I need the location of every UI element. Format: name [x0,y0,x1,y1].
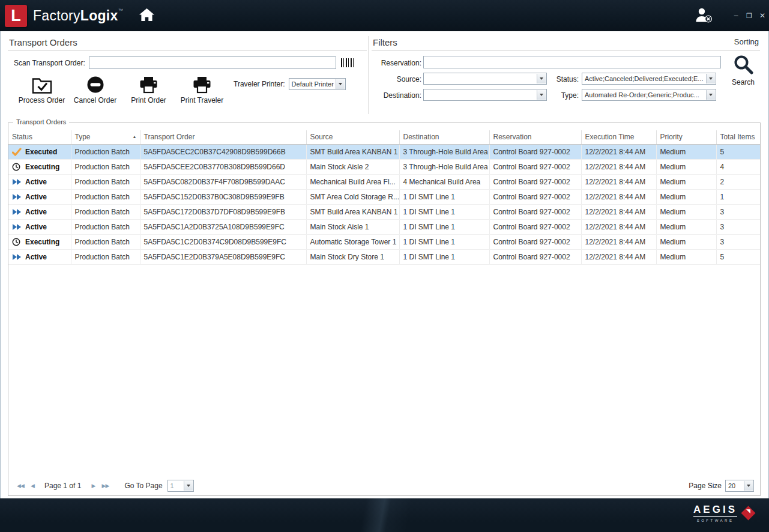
page-size-select[interactable]: 20 [725,480,754,492]
status-label: Status: [549,75,579,83]
destination-select[interactable] [423,89,547,101]
process-order-icon [32,74,52,94]
print-order-button[interactable]: Print Order [122,74,175,104]
transport-order-cell: 5A5FDA5C1C2D0B374C9D08D9B599E9FC [140,234,306,249]
app-title: FactoryLogix™ [33,8,123,24]
column-header-status[interactable]: Status [8,130,71,144]
print-traveler-button[interactable]: Print Traveler [175,74,229,104]
table-row[interactable]: Executing Production Batch 5A5FDA5C1C2D0… [8,234,760,249]
reservation-input[interactable] [423,56,721,68]
transport-order-cell: 5A5FDA5C172D0B37D7DF08D9B599E9FB [140,204,306,219]
chevron-down-icon[interactable] [336,79,345,89]
source-cell: SMT Build Area KANBAN 1 [306,144,399,159]
transport-orders-panel-title: Transport Orders [8,36,367,51]
table-row[interactable]: Active Production Batch 5A5FDA5C152D0B37… [8,189,760,204]
priority-cell: Medium [656,174,716,189]
source-cell: SMT Build Area KANBAN 1 [306,204,399,219]
execution-time-cell: 12/2/2021 8:44 AM [581,189,656,204]
total-items-cell: 5 [716,144,760,159]
filters-panel: Sorting Filters Reservation: Source: Sta… [372,36,760,118]
destination-cell: 1 DI SMT Line 1 [399,219,489,234]
chevron-down-icon[interactable] [537,74,546,83]
column-header-destination[interactable]: Destination [399,130,489,144]
priority-cell: Medium [656,189,716,204]
logout-user-button[interactable] [693,7,713,25]
table-row[interactable]: Active Production Batch 5A5FDA5C082D0B37… [8,174,760,189]
column-header-execution-time[interactable]: Execution Time [581,130,656,144]
table-row[interactable]: Active Production Batch 5A5FDA5C172D0B37… [8,204,760,219]
chevron-down-icon[interactable] [537,90,546,100]
column-header-total-items[interactable]: Total Items [716,130,760,144]
aegis-brand-text: AEGIS [693,504,737,517]
column-header-priority[interactable]: Priority [656,130,716,144]
type-select[interactable]: Automated Re-Order;Generic;Produc... [582,89,716,101]
titlebar-controls: – ❐ ✕ [693,0,769,31]
source-cell: Main Stock Aisle 1 [306,219,399,234]
home-button[interactable] [139,8,155,23]
active-arrow-icon [12,208,22,216]
reservation-label: Reservation: [372,59,421,67]
active-arrow-icon [12,178,22,186]
chevron-down-icon[interactable] [706,74,715,83]
type-cell: Production Batch [71,159,140,174]
previous-page-button[interactable]: ◀ [26,480,38,491]
column-header-type[interactable]: Type▲ [71,130,140,144]
execution-time-cell: 12/2/2021 8:44 AM [581,234,656,249]
chevron-down-icon[interactable] [744,481,753,491]
scan-row: Scan Transport Order: [14,56,355,69]
process-order-button[interactable]: Process Order [15,74,68,104]
column-header-transport-order[interactable]: Transport Order [140,130,306,144]
column-header-reservation[interactable]: Reservation [489,130,581,144]
maximize-button[interactable]: ❐ [743,12,756,20]
priority-cell: Medium [656,219,716,234]
reservation-cell: Control Board 927-0002 [489,144,581,159]
total-items-cell: 4 [716,159,760,174]
first-page-button[interactable]: ◀◀ [14,480,26,491]
print-order-icon [139,74,158,94]
total-items-cell: 1 [716,189,760,204]
execution-time-cell: 12/2/2021 8:44 AM [581,219,656,234]
status-cell: Executing [8,159,71,174]
minimize-button[interactable]: – [729,11,743,20]
titlebar: L FactoryLogix™ – ❐ ✕ [0,0,769,31]
content-area: Transport Orders Scan Transport Order: P… [0,31,769,498]
source-select[interactable] [423,73,547,85]
table-header-row: Status Type▲ Transport Order Source Dest… [8,130,760,144]
active-arrow-icon [12,223,22,231]
table-row[interactable]: Active Production Batch 5A5FDA5C1E2D0B37… [8,249,760,264]
scan-transport-order-label: Scan Transport Order: [14,59,85,67]
chevron-down-icon[interactable] [184,481,193,491]
next-page-button[interactable]: ▶ [87,480,99,491]
column-header-source[interactable]: Source [306,130,399,144]
status-cell: Executed [8,144,71,159]
total-items-cell: 3 [716,219,760,234]
cancel-order-button[interactable]: Cancel Order [68,74,122,104]
reservation-cell: Control Board 927-0002 [489,174,581,189]
type-cell: Production Batch [71,219,140,234]
scan-transport-order-input[interactable] [89,56,336,69]
status-select[interactable]: Active;Canceled;Delivered;Executed;E... [582,73,716,85]
goto-page-input[interactable]: 1 [167,480,194,492]
status-cell: Active [8,189,71,204]
last-page-button[interactable]: ▶▶ [99,480,111,491]
chevron-down-icon[interactable] [706,90,715,100]
user-logout-icon [693,14,713,25]
execution-time-cell: 12/2/2021 8:44 AM [581,144,656,159]
destination-cell: 4 Mechanical Build Area [399,174,489,189]
table-row[interactable]: Executed Production Batch 5A5FDA5CEC2C0B… [8,144,760,159]
traveler-printer-select[interactable]: Default Printer [289,78,346,90]
reservation-cell: Control Board 927-0002 [489,189,581,204]
app-name-regular: Factory [33,8,80,23]
close-button[interactable]: ✕ [756,11,769,20]
source-cell: Automatic Storage Tower 1 [306,234,399,249]
destination-cell: 3 Through-Hole Build Area [399,144,489,159]
sorting-section-label[interactable]: Sorting [734,37,759,46]
page-size-control: Page Size 20 [689,480,754,492]
table-row[interactable]: Executing Production Batch 5A5FDA5CEE2C0… [8,159,760,174]
sort-ascending-icon: ▲ [133,135,137,139]
order-toolbar: Process Order Cancel Order Print Order P… [15,74,229,104]
search-button[interactable]: Search [727,54,759,86]
status-text: Active [25,193,47,201]
type-cell: Production Batch [71,144,140,159]
table-row[interactable]: Active Production Batch 5A5FDA5C1A2D0B37… [8,219,760,234]
